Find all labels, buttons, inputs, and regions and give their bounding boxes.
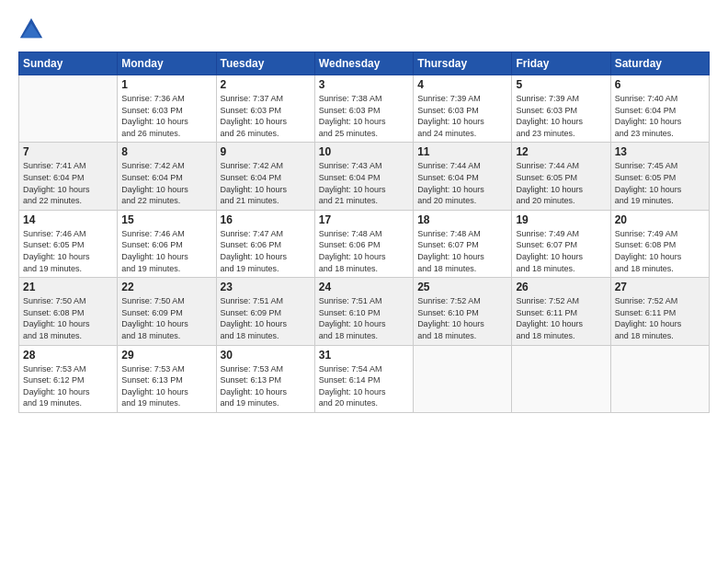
- calendar-row-3: 21Sunrise: 7:50 AM Sunset: 6:08 PM Dayli…: [19, 278, 710, 345]
- calendar-cell: 28Sunrise: 7:53 AM Sunset: 6:12 PM Dayli…: [19, 345, 118, 412]
- day-number: 23: [221, 281, 311, 293]
- day-number: 20: [615, 213, 705, 226]
- day-number: 15: [121, 213, 211, 226]
- calendar-cell: 25Sunrise: 7:52 AM Sunset: 6:10 PM Dayli…: [414, 278, 512, 345]
- day-info: Sunrise: 7:52 AM Sunset: 6:10 PM Dayligh…: [417, 295, 507, 341]
- calendar-cell: 5Sunrise: 7:39 AM Sunset: 6:03 PM Daylig…: [512, 75, 610, 143]
- day-info: Sunrise: 7:38 AM Sunset: 6:03 PM Dayligh…: [319, 93, 409, 139]
- day-info: Sunrise: 7:51 AM Sunset: 6:10 PM Dayligh…: [319, 295, 409, 341]
- day-number: 8: [121, 145, 211, 158]
- day-number: 9: [221, 145, 311, 158]
- weekday-monday: Monday: [118, 52, 216, 75]
- day-info: Sunrise: 7:52 AM Sunset: 6:11 PM Dayligh…: [516, 295, 606, 341]
- day-number: 28: [23, 349, 113, 362]
- day-info: Sunrise: 7:39 AM Sunset: 6:03 PM Dayligh…: [417, 93, 507, 139]
- calendar-cell: 4Sunrise: 7:39 AM Sunset: 6:03 PM Daylig…: [414, 75, 512, 143]
- day-info: Sunrise: 7:43 AM Sunset: 6:04 PM Dayligh…: [319, 160, 409, 206]
- day-info: Sunrise: 7:36 AM Sunset: 6:03 PM Dayligh…: [121, 93, 211, 139]
- day-number: 11: [417, 145, 507, 158]
- calendar-cell: 23Sunrise: 7:51 AM Sunset: 6:09 PM Dayli…: [216, 278, 314, 345]
- day-info: Sunrise: 7:41 AM Sunset: 6:04 PM Dayligh…: [23, 160, 113, 206]
- calendar-cell: 9Sunrise: 7:42 AM Sunset: 6:04 PM Daylig…: [216, 143, 314, 210]
- day-info: Sunrise: 7:37 AM Sunset: 6:03 PM Dayligh…: [221, 93, 311, 139]
- calendar-cell: 27Sunrise: 7:52 AM Sunset: 6:11 PM Dayli…: [610, 278, 709, 345]
- calendar-cell: 11Sunrise: 7:44 AM Sunset: 6:04 PM Dayli…: [414, 143, 512, 210]
- calendar-cell: [414, 345, 512, 412]
- day-number: 19: [516, 213, 606, 226]
- calendar-cell: 21Sunrise: 7:50 AM Sunset: 6:08 PM Dayli…: [19, 278, 118, 345]
- calendar-cell: 7Sunrise: 7:41 AM Sunset: 6:04 PM Daylig…: [19, 143, 118, 210]
- calendar-row-2: 14Sunrise: 7:46 AM Sunset: 6:05 PM Dayli…: [19, 210, 710, 277]
- day-number: 26: [516, 281, 606, 293]
- day-number: 17: [319, 213, 409, 226]
- calendar-table: SundayMondayTuesdayWednesdayThursdayFrid…: [18, 52, 710, 413]
- day-info: Sunrise: 7:52 AM Sunset: 6:11 PM Dayligh…: [615, 295, 705, 341]
- day-number: 30: [221, 349, 311, 362]
- day-info: Sunrise: 7:50 AM Sunset: 6:08 PM Dayligh…: [23, 295, 113, 341]
- calendar-cell: [610, 345, 709, 412]
- calendar-cell: 31Sunrise: 7:54 AM Sunset: 6:14 PM Dayli…: [314, 345, 413, 412]
- weekday-saturday: Saturday: [610, 52, 709, 75]
- calendar-cell: 18Sunrise: 7:48 AM Sunset: 6:07 PM Dayli…: [414, 210, 512, 277]
- calendar-cell: 6Sunrise: 7:40 AM Sunset: 6:04 PM Daylig…: [610, 75, 709, 143]
- day-info: Sunrise: 7:42 AM Sunset: 6:04 PM Dayligh…: [221, 160, 311, 206]
- header: [18, 17, 710, 42]
- day-info: Sunrise: 7:45 AM Sunset: 6:05 PM Dayligh…: [615, 160, 705, 206]
- day-number: 13: [615, 145, 705, 158]
- calendar-cell: 13Sunrise: 7:45 AM Sunset: 6:05 PM Dayli…: [610, 143, 709, 210]
- day-info: Sunrise: 7:47 AM Sunset: 6:06 PM Dayligh…: [221, 228, 311, 274]
- weekday-friday: Friday: [512, 52, 610, 75]
- day-info: Sunrise: 7:49 AM Sunset: 6:08 PM Dayligh…: [615, 228, 705, 274]
- day-number: 31: [319, 349, 409, 362]
- day-number: 1: [121, 78, 211, 91]
- calendar-row-1: 7Sunrise: 7:41 AM Sunset: 6:04 PM Daylig…: [19, 143, 710, 210]
- day-number: 14: [23, 213, 113, 226]
- calendar-cell: 12Sunrise: 7:44 AM Sunset: 6:05 PM Dayli…: [512, 143, 610, 210]
- day-info: Sunrise: 7:46 AM Sunset: 6:06 PM Dayligh…: [121, 228, 211, 274]
- day-number: 2: [221, 78, 311, 91]
- day-info: Sunrise: 7:54 AM Sunset: 6:14 PM Dayligh…: [319, 363, 409, 409]
- day-number: 5: [516, 78, 606, 91]
- day-number: 4: [417, 78, 507, 91]
- calendar-cell: [19, 75, 118, 143]
- day-info: Sunrise: 7:39 AM Sunset: 6:03 PM Dayligh…: [516, 93, 606, 139]
- weekday-wednesday: Wednesday: [314, 52, 413, 75]
- day-number: 27: [615, 281, 705, 293]
- page: SundayMondayTuesdayWednesdayThursdayFrid…: [0, 0, 728, 563]
- day-number: 22: [121, 281, 211, 293]
- day-number: 3: [319, 78, 409, 91]
- day-info: Sunrise: 7:51 AM Sunset: 6:09 PM Dayligh…: [221, 295, 311, 341]
- day-info: Sunrise: 7:44 AM Sunset: 6:04 PM Dayligh…: [417, 160, 507, 206]
- calendar-cell: 16Sunrise: 7:47 AM Sunset: 6:06 PM Dayli…: [216, 210, 314, 277]
- calendar-cell: 10Sunrise: 7:43 AM Sunset: 6:04 PM Dayli…: [314, 143, 413, 210]
- weekday-sunday: Sunday: [19, 52, 118, 75]
- day-number: 16: [221, 213, 311, 226]
- calendar-cell: 26Sunrise: 7:52 AM Sunset: 6:11 PM Dayli…: [512, 278, 610, 345]
- calendar-cell: 30Sunrise: 7:53 AM Sunset: 6:13 PM Dayli…: [216, 345, 314, 412]
- day-number: 25: [417, 281, 507, 293]
- calendar-row-4: 28Sunrise: 7:53 AM Sunset: 6:12 PM Dayli…: [19, 345, 710, 412]
- calendar-cell: 8Sunrise: 7:42 AM Sunset: 6:04 PM Daylig…: [118, 143, 216, 210]
- day-info: Sunrise: 7:48 AM Sunset: 6:06 PM Dayligh…: [319, 228, 409, 274]
- logo: [18, 17, 48, 42]
- day-number: 7: [23, 145, 113, 158]
- calendar-cell: 3Sunrise: 7:38 AM Sunset: 6:03 PM Daylig…: [314, 75, 413, 143]
- day-number: 6: [615, 78, 705, 91]
- calendar-cell: 15Sunrise: 7:46 AM Sunset: 6:06 PM Dayli…: [118, 210, 216, 277]
- day-info: Sunrise: 7:50 AM Sunset: 6:09 PM Dayligh…: [121, 295, 211, 341]
- calendar-cell: 17Sunrise: 7:48 AM Sunset: 6:06 PM Dayli…: [314, 210, 413, 277]
- logo-icon: [18, 17, 44, 42]
- weekday-thursday: Thursday: [414, 52, 512, 75]
- calendar-cell: 29Sunrise: 7:53 AM Sunset: 6:13 PM Dayli…: [118, 345, 216, 412]
- calendar-cell: [512, 345, 610, 412]
- day-number: 29: [121, 349, 211, 362]
- day-info: Sunrise: 7:53 AM Sunset: 6:13 PM Dayligh…: [221, 363, 311, 409]
- weekday-tuesday: Tuesday: [216, 52, 314, 75]
- calendar-cell: 19Sunrise: 7:49 AM Sunset: 6:07 PM Dayli…: [512, 210, 610, 277]
- calendar-cell: 2Sunrise: 7:37 AM Sunset: 6:03 PM Daylig…: [216, 75, 314, 143]
- day-number: 24: [319, 281, 409, 293]
- day-info: Sunrise: 7:48 AM Sunset: 6:07 PM Dayligh…: [417, 228, 507, 274]
- weekday-header-row: SundayMondayTuesdayWednesdayThursdayFrid…: [19, 52, 710, 75]
- calendar-cell: 1Sunrise: 7:36 AM Sunset: 6:03 PM Daylig…: [118, 75, 216, 143]
- day-number: 18: [417, 213, 507, 226]
